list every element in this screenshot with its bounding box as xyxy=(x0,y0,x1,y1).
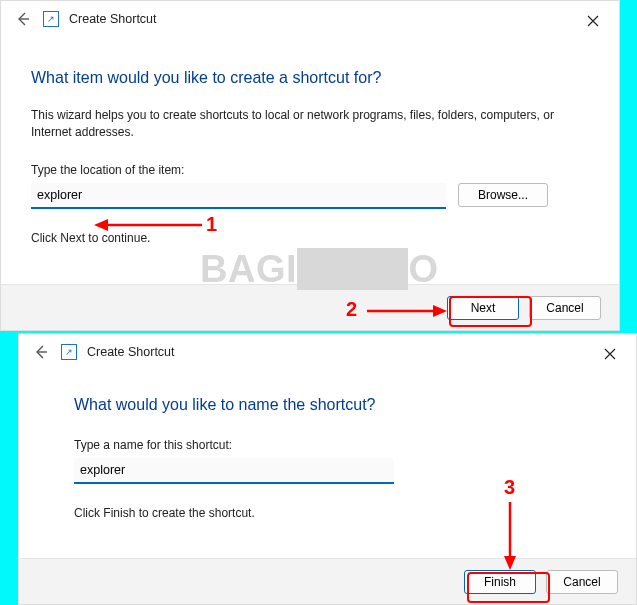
titlebar: ↗ Create Shortcut xyxy=(19,334,636,368)
next-button[interactable]: Next xyxy=(447,296,519,320)
titlebar: ↗ Create Shortcut xyxy=(1,1,619,35)
create-shortcut-dialog-step2: ↗ Create Shortcut What would you like to… xyxy=(18,333,637,605)
cancel-button[interactable]: Cancel xyxy=(529,296,601,320)
dialog-content: What item would you like to create a sho… xyxy=(1,35,619,245)
name-row xyxy=(74,458,581,484)
heading: What would you like to name the shortcut… xyxy=(74,396,581,414)
description: This wizard helps you to create shortcut… xyxy=(31,107,589,141)
back-icon[interactable] xyxy=(31,344,51,360)
browse-button[interactable]: Browse... xyxy=(458,183,548,207)
dialog-title: Create Shortcut xyxy=(69,12,157,26)
close-button[interactable] xyxy=(592,340,628,368)
location-row: Browse... xyxy=(31,183,589,209)
cancel-button[interactable]: Cancel xyxy=(546,570,618,594)
finish-button[interactable]: Finish xyxy=(464,570,536,594)
heading: What item would you like to create a sho… xyxy=(31,69,589,87)
back-icon[interactable] xyxy=(13,11,33,27)
shortcut-icon: ↗ xyxy=(61,344,77,360)
hint-text: Click Finish to create the shortcut. xyxy=(74,506,581,520)
location-input[interactable] xyxy=(31,183,446,209)
dialog-content: What would you like to name the shortcut… xyxy=(19,368,636,520)
name-label: Type a name for this shortcut: xyxy=(74,438,581,452)
watermark: BAGITEKNO xyxy=(200,248,439,291)
shortcut-icon: ↗ xyxy=(43,11,59,27)
name-input[interactable] xyxy=(74,458,394,484)
close-button[interactable] xyxy=(575,7,611,35)
hint-text: Click Next to continue. xyxy=(31,231,589,245)
dialog-footer: Finish Cancel xyxy=(19,558,636,604)
location-label: Type the location of the item: xyxy=(31,163,589,177)
dialog-title: Create Shortcut xyxy=(87,345,175,359)
